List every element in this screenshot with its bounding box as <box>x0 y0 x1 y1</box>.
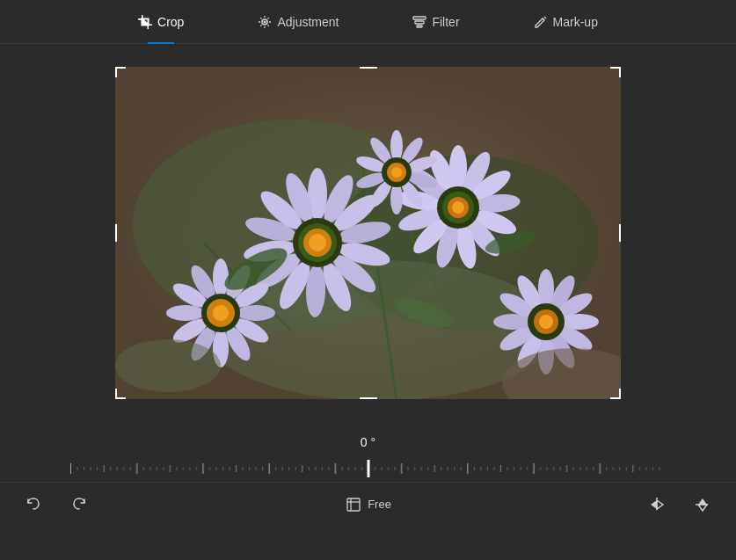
svg-point-97 <box>115 339 221 392</box>
nav-item-filter[interactable]: Filter <box>402 8 470 36</box>
svg-rect-0 <box>138 18 142 20</box>
free-button[interactable]: Free <box>338 492 398 517</box>
svg-rect-98 <box>347 498 360 511</box>
flip-horizontal-button[interactable] <box>641 492 673 517</box>
svg-point-33 <box>213 258 229 297</box>
svg-point-92 <box>539 315 553 329</box>
svg-rect-3 <box>413 17 426 19</box>
top-navigation: Crop Adjustment Filter <box>0 0 736 44</box>
toolbar-right <box>641 492 718 517</box>
slider-container: // This won't work in SVG, so we do it i… <box>0 455 736 482</box>
svg-point-42 <box>166 305 205 321</box>
svg-point-65 <box>390 130 403 162</box>
svg-point-64 <box>452 201 464 214</box>
adjustment-icon <box>258 15 272 29</box>
svg-rect-5 <box>417 25 422 27</box>
image-container[interactable] <box>115 67 621 399</box>
flip-horizontal-icon <box>648 496 666 513</box>
flip-vertical-button[interactable] <box>687 492 718 517</box>
degree-value: 0 ° <box>361 435 375 449</box>
photo-image <box>115 67 621 399</box>
redo-icon <box>70 496 88 513</box>
slider-track[interactable]: // This won't work in SVG, so we do it i… <box>70 460 666 477</box>
free-icon <box>345 496 362 513</box>
free-label: Free <box>368 498 391 511</box>
filter-label: Filter <box>432 15 459 29</box>
svg-point-70 <box>390 183 403 215</box>
slider-thumb[interactable] <box>367 460 369 477</box>
bottom-toolbar: Free <box>0 482 736 526</box>
nav-item-adjustment[interactable]: Adjustment <box>247 8 349 36</box>
svg-point-36 <box>237 305 275 321</box>
svg-point-2 <box>264 20 266 23</box>
nav-item-crop[interactable]: Crop <box>128 8 194 36</box>
nav-item-markup[interactable]: Mark-up <box>523 8 608 36</box>
filter-icon <box>412 15 426 29</box>
markup-icon <box>534 15 548 29</box>
flip-vertical-icon <box>694 496 711 513</box>
markup-label: Mark-up <box>553 15 598 29</box>
redo-button[interactable] <box>63 492 95 517</box>
svg-point-32 <box>309 234 326 251</box>
svg-point-47 <box>213 305 229 321</box>
adjustment-label: Adjustment <box>277 15 339 29</box>
svg-point-77 <box>391 167 402 178</box>
toolbar-left <box>18 492 95 517</box>
crop-label: Crop <box>157 15 184 29</box>
undo-button[interactable] <box>18 492 49 517</box>
crop-icon <box>138 15 152 29</box>
undo-icon <box>25 496 42 513</box>
degree-display: 0 ° <box>0 429 736 455</box>
svg-rect-4 <box>415 21 424 24</box>
toolbar-center: Free <box>338 492 398 517</box>
main-image-area <box>0 44 736 422</box>
